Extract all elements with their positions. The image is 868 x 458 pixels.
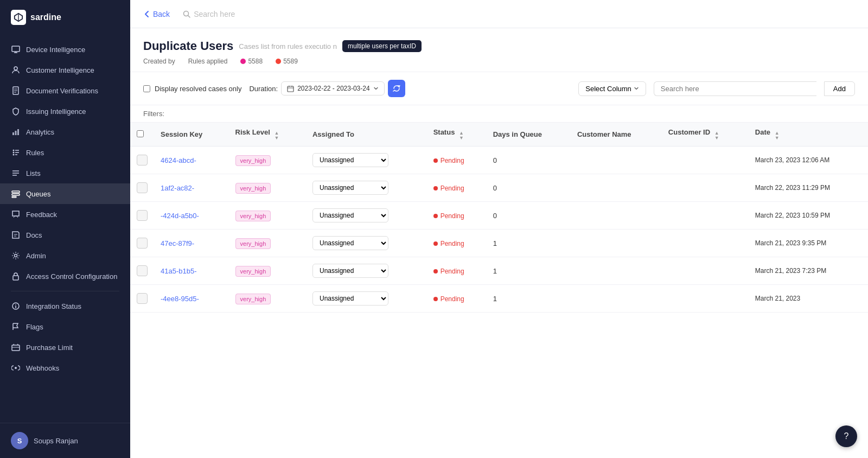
- header-session-key[interactable]: Session Key: [154, 123, 229, 147]
- resolved-checkbox-label[interactable]: Display resolved cases only: [143, 85, 241, 93]
- row-checkbox[interactable]: [137, 265, 148, 276]
- row-assigned-to: Unassigned: [306, 147, 427, 174]
- sidebar-item-customer-intelligence[interactable]: Customer Intelligence: [0, 60, 130, 80]
- duration-label: Duration:: [249, 85, 278, 93]
- session-link[interactable]: 47ec-87f9-: [161, 239, 194, 247]
- sidebar-label: Lists: [26, 169, 41, 177]
- sidebar-label: Issuing Intelligence: [26, 107, 86, 116]
- select-column-button[interactable]: Select Column: [578, 81, 646, 96]
- sidebar-label: Device Intelligence: [26, 46, 85, 54]
- dot-red: [276, 59, 281, 64]
- toolbar: Display resolved cases only Duration: 20…: [130, 72, 868, 105]
- row-risk-level: very_high: [229, 202, 306, 230]
- sidebar-label: Purchase Limit: [26, 344, 73, 352]
- row-session-key: 4624-abcd-: [154, 147, 229, 174]
- table-header-row: Session Key Risk Level ▲▼ Assigned To St…: [130, 123, 868, 147]
- svg-line-37: [188, 15, 190, 17]
- row-status: Pending: [427, 174, 487, 202]
- sidebar-item-access-control[interactable]: Access Control Configuration: [0, 266, 130, 287]
- sidebar-item-rules[interactable]: Rules: [0, 142, 130, 163]
- logo-icon: [11, 10, 26, 25]
- header-customer-id[interactable]: Customer ID ▲▼: [662, 123, 749, 147]
- sidebar-logo[interactable]: sardine: [0, 0, 130, 35]
- row-days-in-queue: 1: [487, 285, 571, 313]
- row-customer-id: [662, 257, 749, 285]
- help-fab-button[interactable]: ?: [835, 425, 857, 447]
- topbar-search-placeholder: Search here: [194, 10, 235, 18]
- person-icon: [11, 65, 21, 75]
- svg-rect-22: [12, 191, 20, 193]
- sidebar-label: Feedback: [26, 211, 57, 219]
- row-checkbox[interactable]: [137, 182, 148, 193]
- row-assigned-to: Unassigned: [306, 174, 427, 202]
- sidebar-item-lists[interactable]: Lists: [0, 163, 130, 183]
- queues-icon: [11, 189, 21, 199]
- row-customer-name: [571, 230, 662, 257]
- header-checkbox-col: [130, 123, 154, 147]
- row-customer-name: [571, 202, 662, 230]
- row-checkbox-cell: [130, 230, 154, 257]
- content-area: Duplicate Users Cases list from rules ex…: [130, 28, 868, 458]
- header-status[interactable]: Status ▲▼: [427, 123, 487, 147]
- assigned-select[interactable]: Unassigned: [312, 236, 388, 250]
- svg-point-35: [15, 367, 17, 369]
- row-checkbox[interactable]: [137, 238, 148, 249]
- monitor-icon: [11, 44, 21, 54]
- date-picker[interactable]: 2023-02-22 - 2023-03-24: [281, 81, 384, 96]
- row-assigned-to: Unassigned: [306, 202, 427, 230]
- resolved-checkbox[interactable]: [143, 85, 150, 92]
- assigned-select[interactable]: Unassigned: [312, 264, 388, 278]
- sidebar-item-purchase-limit[interactable]: Purchase Limit: [0, 337, 130, 358]
- rule-tag: multiple users per taxID: [342, 40, 422, 52]
- add-label: Add: [833, 85, 846, 93]
- sidebar-footer[interactable]: S Soups Ranjan: [0, 423, 130, 458]
- assigned-select[interactable]: Unassigned: [312, 208, 388, 222]
- header-assigned-to: Assigned To: [306, 123, 427, 147]
- column-search-input[interactable]: [654, 81, 816, 96]
- session-link[interactable]: -4ee8-95d5-: [161, 295, 199, 303]
- table-row: 4624-abcd- very_high Unassigned Pending …: [130, 147, 868, 174]
- header-risk-level[interactable]: Risk Level ▲▼: [229, 123, 306, 147]
- sidebar-item-analytics[interactable]: Analytics: [0, 122, 130, 142]
- sidebar-label: Admin: [26, 252, 46, 260]
- assigned-select[interactable]: Unassigned: [312, 291, 388, 306]
- nav-divider: [11, 291, 119, 291]
- count-2-pill: 5589: [276, 58, 298, 65]
- assigned-select[interactable]: Unassigned: [312, 153, 388, 167]
- row-checkbox[interactable]: [137, 293, 148, 304]
- chart-icon: [11, 127, 21, 137]
- row-checkbox[interactable]: [137, 210, 148, 221]
- back-button[interactable]: Back: [143, 10, 170, 18]
- row-session-key: -424d-a5b0-: [154, 202, 229, 230]
- row-date: March 21, 2023: [749, 285, 868, 313]
- session-link[interactable]: 4624-abcd-: [161, 156, 196, 164]
- sidebar-item-docs[interactable]: Docs: [0, 225, 130, 245]
- row-days-in-queue: 1: [487, 230, 571, 257]
- select-all-checkbox[interactable]: [137, 130, 144, 137]
- sidebar-item-document-verifications[interactable]: Document Verifications: [0, 80, 130, 101]
- sidebar-label: Customer Intelligence: [26, 66, 94, 74]
- svg-rect-10: [12, 132, 14, 135]
- session-link[interactable]: 1af2-ac82-: [161, 184, 194, 192]
- add-button[interactable]: Add: [824, 81, 855, 96]
- topbar-search[interactable]: Search here: [176, 7, 241, 22]
- sidebar-item-admin[interactable]: Admin: [0, 245, 130, 266]
- sidebar-item-flags[interactable]: Flags: [0, 316, 130, 337]
- row-customer-id: [662, 147, 749, 174]
- svg-rect-28: [13, 276, 18, 280]
- session-link[interactable]: 41a5-b1b5-: [161, 267, 197, 275]
- sidebar-item-queues[interactable]: Queues: [0, 183, 130, 204]
- session-link[interactable]: -424d-a5b0-: [161, 212, 199, 220]
- row-checkbox[interactable]: [137, 155, 148, 166]
- svg-point-13: [13, 150, 15, 151]
- sidebar-item-device-intelligence[interactable]: Device Intelligence: [0, 39, 130, 60]
- refresh-button[interactable]: [388, 80, 405, 97]
- assigned-select[interactable]: Unassigned: [312, 181, 388, 195]
- header-date[interactable]: Date ▲▼: [749, 123, 868, 147]
- sidebar-item-integration-status[interactable]: Integration Status: [0, 296, 130, 316]
- cases-table: Session Key Risk Level ▲▼ Assigned To St…: [130, 123, 868, 313]
- sidebar-item-webhooks[interactable]: Webhooks: [0, 358, 130, 378]
- sidebar-item-issuing-intelligence[interactable]: Issuing Intelligence: [0, 101, 130, 122]
- row-status: Pending: [427, 202, 487, 230]
- sidebar-item-feedback[interactable]: Feedback: [0, 204, 130, 225]
